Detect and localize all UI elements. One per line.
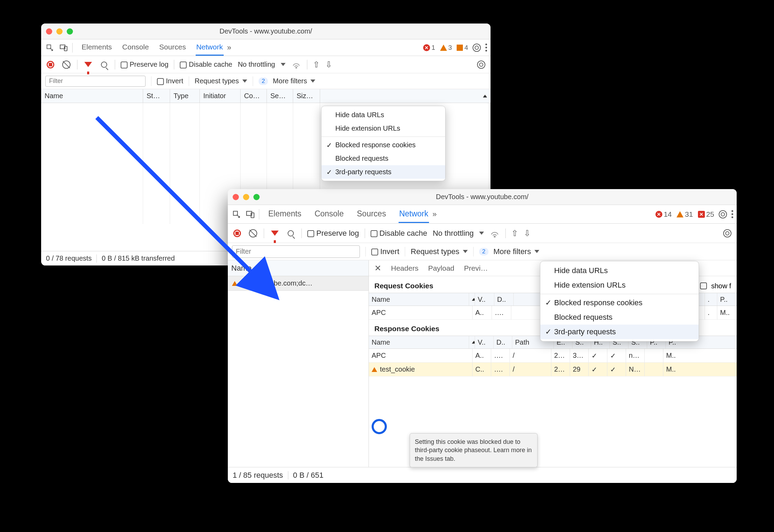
invert-checkbox[interactable]: Invert	[157, 77, 183, 85]
search-icon[interactable]	[99, 59, 109, 70]
titlebar[interactable]: DevTools - www.youtube.com/	[228, 189, 737, 205]
col-domain[interactable]: D..	[494, 293, 514, 306]
more-filters-select[interactable]: 2More filters	[259, 77, 315, 85]
col-type[interactable]: Type	[170, 89, 200, 103]
tab-elements[interactable]: Elements	[81, 39, 113, 56]
col-extra[interactable]: .	[705, 293, 717, 306]
col-p[interactable]: P..	[717, 293, 737, 306]
filter-blocked-response-cookies[interactable]: Blocked response cookies	[321, 138, 445, 152]
filter-input[interactable]	[45, 76, 146, 87]
preserve-log-checkbox[interactable]: Preserve log	[121, 60, 168, 68]
filter-3rd-party-requests[interactable]: 3rd-party requests	[321, 165, 445, 179]
filter-count-badge: 2	[479, 248, 488, 255]
download-har-icon[interactable]: ⇩	[325, 60, 332, 69]
more-tabs-icon[interactable]: »	[432, 210, 437, 219]
col-co[interactable]: Co…	[241, 89, 267, 103]
col-se[interactable]: Se…	[267, 89, 293, 103]
maximize-window-button[interactable]	[253, 194, 260, 200]
col-waterfall[interactable]	[320, 89, 491, 103]
tab-network[interactable]: Network	[399, 206, 429, 223]
kebab-menu-icon[interactable]	[731, 210, 733, 218]
cookie-row-blocked[interactable]: test_cookie C.. …. / 2… 29 ✓ ✓ N… M..	[369, 363, 737, 376]
filter-blocked-requests[interactable]: Blocked requests	[540, 310, 699, 325]
warning-count: 31	[685, 210, 693, 218]
network-conditions-icon[interactable]	[489, 228, 500, 239]
filter-toggle-icon[interactable]	[83, 59, 93, 70]
filter-hide-extension-urls[interactable]: Hide extension URLs	[321, 122, 445, 135]
kebab-menu-icon[interactable]	[485, 44, 487, 52]
col-size[interactable]: Siz…	[293, 89, 320, 103]
clear-button[interactable]	[248, 228, 258, 239]
inspect-icon[interactable]	[45, 43, 55, 53]
filter-blocked-requests[interactable]: Blocked requests	[321, 152, 445, 165]
request-types-select[interactable]: Request types	[195, 77, 247, 85]
throttling-select[interactable]: No throttling	[433, 229, 474, 238]
col-name[interactable]: Name	[228, 260, 369, 276]
show-filtered-checkbox[interactable]: show f	[700, 282, 731, 290]
tab-sources[interactable]: Sources	[159, 39, 187, 56]
more-filters-select[interactable]: 2More filters	[479, 247, 539, 256]
tab-network[interactable]: Network	[196, 39, 224, 56]
minimize-window-button[interactable]	[56, 28, 63, 35]
tab-sources[interactable]: Sources	[356, 206, 386, 223]
caret-down-icon	[310, 80, 315, 83]
col-v[interactable]: V..	[475, 336, 494, 348]
preserve-log-checkbox[interactable]: Preserve log	[307, 229, 359, 238]
info-count: 4	[464, 44, 468, 52]
detail-tab-payload[interactable]: Payload	[428, 264, 454, 272]
throttling-select[interactable]: No throttling	[238, 60, 275, 68]
request-types-select[interactable]: Request types	[411, 247, 468, 256]
col-initiator[interactable]: Initiator	[200, 89, 241, 103]
request-row[interactable]: www.youtube.com;dc…	[228, 276, 369, 291]
cookie-row[interactable]: APC A.. …. / 2… 3… ✓ ✓ n… M..	[369, 349, 737, 363]
settings-icon[interactable]	[472, 43, 482, 53]
filter-hide-data-urls[interactable]: Hide data URLs	[321, 108, 445, 122]
network-settings-icon[interactable]	[722, 228, 733, 239]
filter-blocked-response-cookies[interactable]: Blocked response cookies	[540, 296, 699, 310]
titlebar[interactable]: DevTools - www.youtube.com/	[41, 24, 491, 39]
disable-cache-checkbox[interactable]: Disable cache	[180, 60, 232, 68]
col-name[interactable]: Name	[369, 293, 469, 306]
disable-cache-checkbox[interactable]: Disable cache	[371, 229, 427, 238]
inspect-icon[interactable]	[231, 209, 242, 220]
tab-elements[interactable]: Elements	[268, 206, 302, 223]
tab-console[interactable]: Console	[314, 206, 344, 223]
close-window-button[interactable]	[233, 194, 239, 200]
issue-badges[interactable]: ✕1 3 4	[423, 44, 468, 52]
issue-badges[interactable]: ✕14 31 ✕25	[655, 210, 714, 218]
minimize-window-button[interactable]	[243, 194, 249, 200]
tab-console[interactable]: Console	[122, 39, 150, 56]
device-toggle-icon[interactable]	[245, 209, 255, 220]
col-name[interactable]: Name	[369, 336, 469, 348]
network-settings-icon[interactable]	[476, 59, 486, 70]
filter-hide-data-urls[interactable]: Hide data URLs	[540, 263, 699, 278]
col-name[interactable]: Name	[41, 89, 143, 103]
network-conditions-icon[interactable]	[291, 59, 301, 70]
detail-tab-headers[interactable]: Headers	[391, 264, 418, 272]
detail-tab-preview[interactable]: Previ…	[464, 264, 488, 272]
col-status[interactable]: St…	[143, 89, 170, 103]
svg-point-3	[296, 67, 297, 68]
more-tabs-icon[interactable]: »	[227, 43, 231, 52]
status-requests: 1 / 85 requests	[233, 471, 283, 480]
close-detail-icon[interactable]: ✕	[374, 263, 381, 273]
search-icon[interactable]	[286, 228, 296, 239]
filter-toggle-icon[interactable]	[270, 228, 280, 239]
close-window-button[interactable]	[46, 28, 52, 35]
record-button[interactable]	[45, 59, 56, 70]
settings-icon[interactable]	[718, 209, 728, 220]
upload-har-icon[interactable]: ⇧	[511, 228, 518, 238]
clear-button[interactable]	[61, 59, 72, 70]
col-value[interactable]: V..	[475, 293, 494, 306]
device-toggle-icon[interactable]	[58, 43, 69, 53]
invert-checkbox[interactable]: Invert	[371, 247, 399, 256]
record-button[interactable]	[232, 228, 242, 239]
col-d[interactable]: D..	[494, 336, 512, 348]
filter-hide-extension-urls[interactable]: Hide extension URLs	[540, 278, 699, 292]
caret-down-icon	[479, 232, 484, 235]
filter-3rd-party-requests[interactable]: 3rd-party requests	[540, 325, 699, 339]
maximize-window-button[interactable]	[67, 28, 73, 35]
download-har-icon[interactable]: ⇩	[524, 228, 531, 238]
filter-input[interactable]	[232, 245, 360, 258]
upload-har-icon[interactable]: ⇧	[313, 60, 320, 69]
